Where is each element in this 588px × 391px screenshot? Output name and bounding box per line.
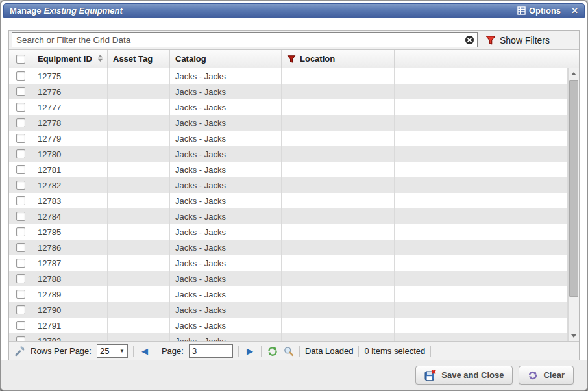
close-button[interactable]: ✕	[571, 6, 578, 16]
equipment-id-cell: 12788	[32, 271, 108, 286]
column-header-equipment-id[interactable]: Equipment ID	[32, 50, 108, 68]
settings-wrench-icon[interactable]	[14, 346, 25, 357]
catalog-cell: Jacks - Jacks	[170, 115, 282, 131]
table-row[interactable]: 12777 Jacks - Jacks	[9, 99, 568, 115]
table-row[interactable]: 12787 Jacks - Jacks	[9, 255, 568, 271]
next-page-button[interactable]: ▶	[244, 346, 256, 356]
asset-tag-cell	[108, 240, 170, 255]
row-checkbox[interactable]	[16, 336, 25, 341]
table-row[interactable]: 12786 Jacks - Jacks	[9, 240, 568, 255]
scrollbar-up-button[interactable]	[569, 68, 579, 79]
clear-search-icon[interactable]	[465, 35, 474, 45]
catalog-cell: Jacks - Jacks	[170, 302, 282, 318]
table-row[interactable]: 12790 Jacks - Jacks	[9, 302, 568, 318]
empty-cell	[395, 333, 568, 341]
column-header-location[interactable]: Location	[282, 50, 395, 68]
asset-tag-cell	[108, 68, 170, 84]
row-checkbox[interactable]	[16, 118, 25, 127]
sort-icon[interactable]	[97, 54, 103, 64]
select-all-checkbox[interactable]	[16, 55, 25, 64]
row-checkbox[interactable]	[16, 87, 25, 96]
table-row[interactable]: 12784 Jacks - Jacks	[9, 208, 568, 224]
table-row[interactable]: 12791 Jacks - Jacks	[9, 318, 568, 333]
catalog-cell: Jacks - Jacks	[170, 240, 282, 255]
empty-cell	[395, 255, 568, 271]
rows-per-page-select[interactable]: 25 ▼	[97, 344, 128, 358]
equipment-id-cell: 12775	[32, 68, 108, 84]
page-number-input[interactable]	[189, 344, 233, 358]
asset-tag-cell	[108, 286, 170, 302]
row-checkbox[interactable]	[16, 243, 25, 252]
clear-icon	[528, 370, 538, 381]
row-checkbox[interactable]	[16, 227, 25, 236]
divider	[430, 346, 431, 357]
row-checkbox[interactable]	[16, 165, 25, 174]
table-row[interactable]: 12775 Jacks - Jacks	[9, 68, 568, 84]
location-cell	[282, 115, 395, 131]
clear-button[interactable]: Clear	[519, 366, 574, 385]
asset-tag-cell	[108, 84, 170, 99]
row-checkbox-cell	[9, 318, 32, 333]
row-checkbox[interactable]	[16, 212, 25, 221]
asset-tag-cell	[108, 177, 170, 193]
row-checkbox-cell	[9, 162, 32, 177]
search-box	[12, 32, 478, 47]
row-checkbox[interactable]	[16, 134, 25, 143]
catalog-cell: Jacks - Jacks	[170, 333, 282, 341]
row-checkbox[interactable]	[16, 321, 25, 330]
column-label: Catalog	[175, 54, 206, 64]
empty-cell	[395, 146, 568, 162]
show-filters-button[interactable]: Show Filters	[478, 35, 550, 45]
equipment-id-cell: 12781	[32, 162, 108, 177]
equipment-id-cell: 12789	[32, 286, 108, 302]
catalog-cell: Jacks - Jacks	[170, 271, 282, 286]
row-checkbox[interactable]	[16, 103, 25, 112]
refresh-icon[interactable]	[267, 346, 278, 357]
row-checkbox[interactable]	[16, 305, 25, 314]
previous-page-button[interactable]: ◀	[139, 346, 151, 356]
row-checkbox[interactable]	[16, 274, 25, 283]
column-header-catalog[interactable]: Catalog	[170, 50, 282, 68]
table-row[interactable]: 12792 Jacks - Jacks	[9, 333, 568, 341]
table-row[interactable]: 12779 Jacks - Jacks	[9, 131, 568, 146]
save-and-close-button[interactable]: Save and Close	[415, 366, 513, 385]
location-cell	[282, 302, 395, 318]
scrollbar[interactable]	[568, 68, 579, 341]
scrollbar-thumb[interactable]	[569, 80, 578, 297]
table-row[interactable]: 12781 Jacks - Jacks	[9, 162, 568, 177]
row-checkbox[interactable]	[16, 196, 25, 205]
table-row[interactable]: 12780 Jacks - Jacks	[9, 146, 568, 162]
location-cell	[282, 255, 395, 271]
table-row[interactable]: 12782 Jacks - Jacks	[9, 177, 568, 193]
table-row[interactable]: 12789 Jacks - Jacks	[9, 286, 568, 302]
table-row[interactable]: 12783 Jacks - Jacks	[9, 193, 568, 208]
catalog-cell: Jacks - Jacks	[170, 84, 282, 99]
location-cell	[282, 131, 395, 146]
equipment-id-cell: 12790	[32, 302, 108, 318]
row-checkbox[interactable]	[16, 181, 25, 190]
search-magnifier-icon[interactable]	[284, 346, 294, 357]
empty-cell	[395, 115, 568, 131]
table-row[interactable]: 12778 Jacks - Jacks	[9, 115, 568, 131]
divider	[156, 346, 156, 357]
asset-tag-cell	[108, 193, 170, 208]
row-checkbox[interactable]	[16, 71, 25, 81]
column-header-asset-tag[interactable]: Asset Tag	[108, 50, 170, 68]
selection-status: 0 items selected	[364, 346, 425, 356]
row-checkbox[interactable]	[16, 149, 25, 158]
table-row[interactable]: 12776 Jacks - Jacks	[9, 84, 568, 99]
divider	[238, 346, 239, 357]
table-row[interactable]: 12785 Jacks - Jacks	[9, 224, 568, 240]
search-input[interactable]	[12, 32, 478, 47]
asset-tag-cell	[108, 162, 170, 177]
catalog-cell: Jacks - Jacks	[170, 162, 282, 177]
row-checkbox[interactable]	[16, 259, 25, 268]
row-checkbox-cell	[9, 224, 32, 240]
equipment-id-cell: 12780	[32, 146, 108, 162]
row-checkbox[interactable]	[16, 290, 25, 299]
grid-panel: Show Filters Equipment ID Asset Tag Cata…	[8, 30, 580, 361]
location-cell	[282, 68, 395, 84]
table-row[interactable]: 12788 Jacks - Jacks	[9, 271, 568, 286]
options-button[interactable]: Options	[517, 6, 561, 16]
scrollbar-down-button[interactable]	[569, 331, 579, 341]
